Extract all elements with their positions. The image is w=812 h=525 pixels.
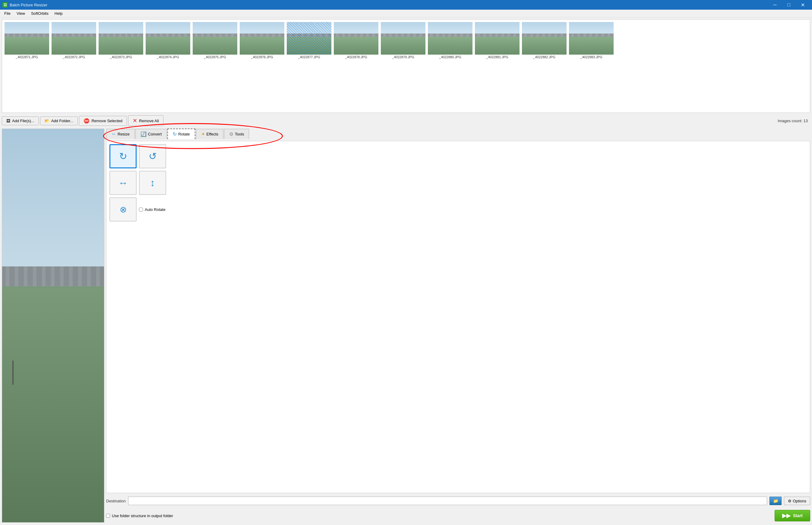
list-item[interactable]: _4022871.JPG bbox=[4, 22, 49, 59]
add-folder-button[interactable]: 📂 Add Folder... bbox=[40, 117, 78, 125]
tab-rotate[interactable]: ↻ Rotate bbox=[167, 129, 195, 139]
auto-rotate-button[interactable]: ⊗ bbox=[109, 197, 137, 222]
bottom-row: Use folder structure in output folder ▶▶… bbox=[106, 509, 810, 523]
auto-rotate-icon: ⊗ bbox=[120, 205, 127, 214]
list-item[interactable]: _4022883.JPG bbox=[569, 22, 614, 59]
remove-all-label: Remove All bbox=[139, 119, 159, 123]
list-item[interactable]: _4022880.JPG bbox=[428, 22, 472, 59]
image-name: _4022881.JPG bbox=[486, 55, 508, 59]
tabs-row: ↔ Resize 🔄 Convert ↻ Rotate ✦ Effects ⚙ bbox=[106, 129, 810, 139]
rotate-cw-button[interactable]: ↻ bbox=[109, 144, 137, 168]
rotate-row-2: ↔ ↕ bbox=[109, 171, 807, 195]
menu-softorbits[interactable]: SoftOrbits bbox=[28, 10, 51, 17]
tab-tools[interactable]: ⚙ Tools bbox=[224, 129, 249, 139]
list-item[interactable]: _4022874.JPG bbox=[146, 22, 190, 59]
controls-panel: ↔ Resize 🔄 Convert ↻ Rotate ✦ Effects ⚙ bbox=[106, 129, 810, 523]
list-item[interactable]: _4022872.JPG bbox=[51, 22, 96, 59]
destination-label: Destination bbox=[106, 499, 126, 503]
list-item[interactable]: _4022873.JPG bbox=[98, 22, 143, 59]
list-item[interactable]: _4022876.JPG bbox=[240, 22, 284, 59]
list-item[interactable]: _4022878.JPG bbox=[334, 22, 378, 59]
start-button[interactable]: ▶▶ Start bbox=[775, 510, 810, 521]
image-name: _4022874.JPG bbox=[157, 55, 179, 59]
tab-convert[interactable]: 🔄 Convert bbox=[135, 129, 167, 139]
add-files-button[interactable]: 🖼 Add File(s)... bbox=[2, 117, 39, 125]
menu-file[interactable]: File bbox=[1, 10, 14, 17]
image-name: _4022872.JPG bbox=[63, 55, 85, 59]
list-item[interactable]: _4022882.JPG bbox=[522, 22, 566, 59]
remove-all-icon: ✕ bbox=[133, 117, 137, 124]
effects-icon: ✦ bbox=[201, 131, 205, 137]
minimize-button[interactable]: ─ bbox=[768, 0, 782, 10]
window-controls: ─ □ ✕ bbox=[768, 0, 810, 10]
auto-rotate-label: Auto Rotate bbox=[145, 207, 166, 212]
image-grid: _4022871.JPG _4022872.JPG _4022873.JPG _… bbox=[2, 19, 810, 113]
image-name: _4022879.JPG bbox=[392, 55, 414, 59]
folder-structure-checkbox[interactable] bbox=[106, 514, 110, 518]
app-title: Batch Picture Resizer bbox=[10, 3, 47, 7]
image-name: _4022877.JPG bbox=[298, 55, 320, 59]
images-count: Images count: 13 bbox=[778, 119, 810, 123]
menu-view[interactable]: View bbox=[14, 10, 28, 17]
tools-icon: ⚙ bbox=[229, 131, 233, 137]
start-arrow-icon: ▶▶ bbox=[782, 512, 791, 519]
menu-help[interactable]: Help bbox=[51, 10, 66, 17]
destination-bar: Destination 📁 ⚙ Options bbox=[106, 495, 810, 507]
flip-h-icon: ↔ bbox=[118, 177, 128, 189]
image-name: _4022873.JPG bbox=[110, 55, 132, 59]
list-item[interactable]: _4022875.JPG bbox=[193, 22, 237, 59]
flip-horizontal-button[interactable]: ↔ bbox=[109, 171, 137, 195]
menu-bar: File View SoftOrbits Help bbox=[0, 10, 812, 17]
close-button[interactable]: ✕ bbox=[796, 0, 810, 10]
image-name: _4022875.JPG bbox=[204, 55, 226, 59]
tab-resize-label: Resize bbox=[118, 132, 130, 136]
rotate-ccw-button[interactable]: ↺ bbox=[139, 144, 166, 168]
image-name: _4022880.JPG bbox=[439, 55, 461, 59]
title-bar-left: 🖼 Batch Picture Resizer bbox=[2, 2, 47, 7]
auto-rotate-checkbox[interactable] bbox=[139, 208, 143, 211]
tab-effects[interactable]: ✦ Effects bbox=[196, 129, 224, 139]
add-folder-icon: 📂 bbox=[45, 119, 49, 123]
image-name: _4022876.JPG bbox=[251, 55, 273, 59]
list-item[interactable]: _4022881.JPG bbox=[475, 22, 519, 59]
main-content: _4022871.JPG _4022872.JPG _4022873.JPG _… bbox=[0, 17, 812, 524]
tab-tools-label: Tools bbox=[235, 132, 244, 136]
options-label: Options bbox=[793, 499, 806, 503]
image-name: _4022882.JPG bbox=[533, 55, 555, 59]
auto-rotate-checkbox-label[interactable]: Auto Rotate bbox=[139, 207, 166, 212]
toolbar: 🖼 Add File(s)... 📂 Add Folder... ⛔ Remov… bbox=[2, 114, 810, 127]
auto-rotate-row: ⊗ Auto Rotate bbox=[109, 197, 807, 222]
list-item[interactable]: _4022879.JPG bbox=[381, 22, 425, 59]
tab-effects-label: Effects bbox=[206, 132, 219, 136]
options-button[interactable]: ⚙ Options bbox=[784, 497, 810, 505]
image-name: _4022871.JPG bbox=[16, 55, 38, 59]
image-name: _4022883.JPG bbox=[580, 55, 602, 59]
preview-image bbox=[2, 129, 104, 522]
add-files-label: Add File(s)... bbox=[12, 119, 34, 123]
destination-folder-button[interactable]: 📁 bbox=[769, 497, 782, 505]
rotate-icon: ↻ bbox=[173, 131, 177, 137]
add-files-icon: 🖼 bbox=[6, 119, 10, 123]
remove-selected-label: Remove Selected bbox=[91, 119, 122, 123]
flip-v-icon: ↕ bbox=[150, 177, 155, 189]
list-item[interactable]: _4022877.JPG bbox=[287, 22, 331, 59]
bottom-section: ↔ Resize 🔄 Convert ↻ Rotate ✦ Effects ⚙ bbox=[2, 129, 810, 523]
remove-selected-button[interactable]: ⛔ Remove Selected bbox=[79, 116, 127, 126]
app-icon: 🖼 bbox=[2, 2, 8, 7]
remove-all-button[interactable]: ✕ Remove All bbox=[128, 115, 163, 126]
folder-structure-label[interactable]: Use folder structure in output folder bbox=[106, 513, 173, 518]
maximize-button[interactable]: □ bbox=[782, 0, 796, 10]
resize-icon: ↔ bbox=[111, 131, 116, 137]
rotate-cw-icon: ↻ bbox=[119, 151, 127, 162]
gear-icon: ⚙ bbox=[788, 499, 792, 503]
rotate-options-panel: ↻ ↺ ↔ ↕ ⊗ bbox=[106, 141, 810, 493]
remove-selected-icon: ⛔ bbox=[83, 118, 90, 124]
preview-panel bbox=[2, 129, 104, 523]
destination-input[interactable] bbox=[128, 497, 767, 505]
folder-icon: 📁 bbox=[773, 498, 778, 503]
image-name: _4022878.JPG bbox=[345, 55, 367, 59]
rotate-row-1: ↻ ↺ bbox=[109, 144, 807, 168]
flip-vertical-button[interactable]: ↕ bbox=[139, 171, 166, 195]
folder-structure-text: Use folder structure in output folder bbox=[112, 513, 173, 518]
tab-resize[interactable]: ↔ Resize bbox=[106, 129, 135, 139]
